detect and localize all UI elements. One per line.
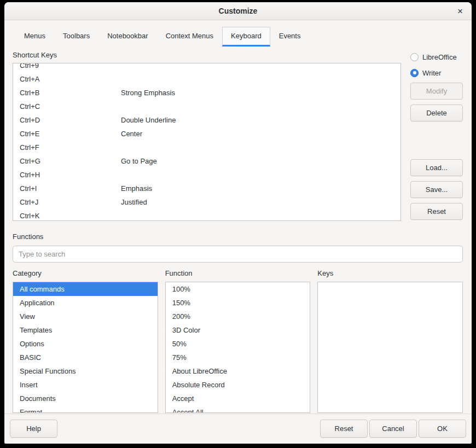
tab-menus[interactable]: Menus	[15, 27, 54, 46]
function-item-label: 75%	[172, 353, 187, 362]
shortcut-row[interactable]: Ctrl+9	[13, 63, 400, 72]
shortcut-row[interactable]: Ctrl+C	[13, 100, 400, 113]
shortcut-keys-label: Shortcut Keys	[13, 51, 401, 59]
shortcut-key: Ctrl+E	[20, 130, 121, 138]
tab-events[interactable]: Events	[270, 27, 310, 46]
shortcut-command: Center	[121, 130, 400, 138]
shortcut-command: Go to Page	[121, 157, 400, 165]
shortcut-keys-list[interactable]: Ctrl+9 Ctrl+A Ctrl+B Strong Emph	[13, 63, 401, 221]
shortcut-rows: Ctrl+9 Ctrl+A Ctrl+B Strong Emph	[13, 63, 400, 221]
function-item-label: Absolute Record	[172, 381, 225, 389]
category-item-label: Templates	[20, 326, 52, 334]
shortcut-row[interactable]: Ctrl+H	[13, 168, 400, 182]
function-item[interactable]: 150%	[166, 296, 310, 310]
category-item[interactable]: All commands	[13, 282, 158, 296]
function-columns: All commands Application View Templates	[13, 282, 463, 413]
category-item-label: BASIC	[20, 353, 41, 362]
tab-bar: Menus Toolbars Notebookbar Context Menus…	[4, 20, 472, 46]
shortcut-key: Ctrl+D	[20, 116, 121, 124]
function-items: 100% 150% 200% 3D Color	[166, 282, 310, 413]
tab-keyboard[interactable]: Keyboard	[222, 27, 270, 46]
shortcut-row[interactable]: Ctrl+D Double Underline	[13, 113, 400, 127]
category-item-label: Format	[20, 408, 42, 413]
shortcut-key: Ctrl+C	[20, 102, 121, 110]
category-item[interactable]: Options	[13, 337, 158, 351]
shortcut-row[interactable]: Ctrl+G Go to Page	[13, 154, 400, 168]
category-header: Category	[13, 269, 158, 277]
radio-writer-label: Writer	[422, 69, 441, 77]
shortcut-command: Justified	[121, 198, 400, 206]
shortcut-keys-controls: LibreOffice Writer Modify Delete Load...…	[410, 51, 463, 221]
column-headers: Category Function Keys	[13, 269, 463, 277]
category-item[interactable]: BASIC	[13, 351, 158, 364]
delete-button[interactable]: Delete	[410, 104, 463, 121]
function-list[interactable]: 100% 150% 200% 3D Color	[165, 282, 311, 413]
category-item-label: Application	[20, 299, 55, 307]
function-item-label: 100%	[172, 285, 190, 293]
shortcut-row[interactable]: Ctrl+B Strong Emphasis	[13, 86, 400, 100]
shortcut-key: Ctrl+G	[20, 157, 121, 165]
shortcut-row[interactable]: Ctrl+I Emphasis	[13, 182, 400, 195]
load-button[interactable]: Load...	[410, 159, 463, 176]
load-save-reset-group: Load... Save... Reset	[410, 159, 463, 221]
function-item-label: 3D Color	[172, 326, 200, 334]
function-item[interactable]: 75%	[166, 351, 310, 364]
category-list[interactable]: All commands Application View Templates	[13, 282, 158, 413]
category-item-label: Special Functions	[20, 367, 76, 375]
reset-shortcuts-button[interactable]: Reset	[410, 203, 463, 220]
category-item[interactable]: Special Functions	[13, 364, 158, 378]
help-button[interactable]: Help	[10, 420, 57, 438]
category-item-label: Options	[20, 340, 44, 348]
search-input[interactable]	[13, 246, 463, 263]
function-item[interactable]: Accept	[166, 392, 310, 405]
customize-dialog: Customize × Menus Toolbars Notebookbar C…	[4, 2, 472, 444]
category-item-label: Documents	[20, 394, 56, 403]
tab-toolbars[interactable]: Toolbars	[54, 27, 98, 46]
ok-button[interactable]: OK	[419, 420, 466, 438]
shortcut-row[interactable]: Ctrl+A	[13, 72, 400, 86]
shortcut-row[interactable]: Ctrl+J Justified	[13, 195, 400, 209]
reset-button[interactable]: Reset	[320, 420, 368, 438]
category-item[interactable]: Insert	[13, 378, 158, 392]
save-button[interactable]: Save...	[410, 181, 463, 198]
function-item[interactable]: 200%	[166, 310, 310, 323]
cancel-button[interactable]: Cancel	[369, 420, 417, 438]
function-item[interactable]: 100%	[166, 282, 310, 296]
radio-checked-icon	[410, 69, 419, 77]
tab-context-menus[interactable]: Context Menus	[157, 27, 222, 46]
shortcut-row[interactable]: Ctrl+F	[13, 141, 400, 154]
category-item[interactable]: Application	[13, 296, 158, 310]
function-item[interactable]: 3D Color	[166, 323, 310, 337]
tab-notebookbar[interactable]: Notebookbar	[98, 27, 156, 46]
function-item[interactable]: Absolute Record	[166, 378, 310, 392]
shortcut-key: Ctrl+F	[20, 143, 121, 152]
title-bar[interactable]: Customize ×	[4, 2, 472, 20]
function-item[interactable]: Accept All	[166, 405, 310, 413]
function-item-label: 150%	[172, 299, 190, 307]
function-item[interactable]: 50%	[166, 337, 310, 351]
tab-content-keyboard: Shortcut Keys Ctrl+9 Ctrl+A	[4, 46, 472, 414]
category-item[interactable]: Documents	[13, 392, 158, 405]
function-item[interactable]: About LibreOffice	[166, 364, 310, 378]
function-item-label: About LibreOffice	[172, 367, 227, 375]
category-item-label: View	[20, 312, 35, 321]
shortcut-key: Ctrl+H	[20, 171, 121, 179]
category-item-label: Insert	[20, 381, 38, 389]
shortcut-command: Strong Emphasis	[121, 89, 400, 97]
category-item[interactable]: Format	[13, 405, 158, 413]
radio-libreoffice[interactable]: LibreOffice	[410, 51, 463, 63]
close-icon[interactable]: ×	[454, 4, 467, 18]
shortcut-key: Ctrl+J	[20, 198, 121, 206]
window-title: Customize	[219, 7, 258, 15]
shortcut-row[interactable]: Ctrl+E Center	[13, 127, 400, 141]
shortcut-keys-section: Shortcut Keys Ctrl+9 Ctrl+A	[13, 51, 463, 221]
modify-button[interactable]: Modify	[410, 83, 463, 100]
category-item[interactable]: View	[13, 310, 158, 323]
keys-list[interactable]	[317, 282, 463, 413]
function-header: Function	[165, 269, 311, 277]
category-item[interactable]: Templates	[13, 323, 158, 337]
radio-unchecked-icon	[410, 53, 419, 61]
shortcut-key: Ctrl+I	[20, 184, 121, 193]
radio-writer[interactable]: Writer	[410, 67, 463, 79]
shortcut-row[interactable]: Ctrl+K	[13, 209, 400, 221]
